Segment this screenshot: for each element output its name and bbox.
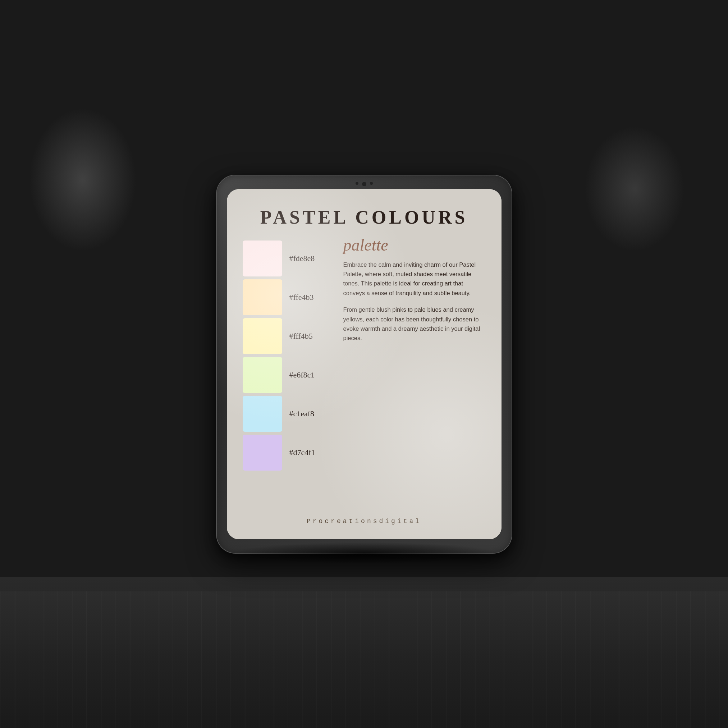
colors-column: #fde8e8 #ffe4b3 #fff4b5 #e6f8c1 [243,240,336,513]
tablet-shadow [231,542,497,564]
color-hex-2: #ffe4b3 [289,293,336,302]
color-swatch-2 [243,279,282,315]
description-second: From gentle blush pinks to pale blues an… [343,305,486,343]
color-hex-5: #c1eaf8 [289,409,336,419]
footer-text: Procreationsdigital [243,513,486,525]
tablet-wrapper: PASTEL COLOURS #fde8e8 #ffe4b3 [217,176,512,553]
color-row-5: #c1eaf8 [243,396,336,432]
tablet-frame: PASTEL COLOURS #fde8e8 #ffe4b3 [217,176,512,553]
camera-dot-2 [362,182,366,186]
palette-word: palette [343,237,486,254]
description-column: palette Embrace the calm and inviting ch… [343,240,486,513]
camera-dot-3 [370,182,373,185]
color-swatch-1 [243,240,282,277]
color-swatch-5 [243,396,282,432]
color-row-6: #d7c4f1 [243,434,336,471]
color-hex-6: #d7c4f1 [289,448,336,457]
color-hex-3: #fff4b5 [289,332,336,341]
bg-blur-left [29,108,137,252]
tablet-screen: PASTEL COLOURS #fde8e8 #ffe4b3 [227,189,502,539]
screen-content: PASTEL COLOURS #fde8e8 #ffe4b3 [227,189,502,539]
tablet-camera [356,182,373,186]
description-first: Embrace the calm and inviting charm of o… [343,260,486,298]
color-hex-4: #e6f8c1 [289,370,336,380]
color-hex-1: #fde8e8 [289,254,336,263]
color-row-1: #fde8e8 [243,240,336,277]
color-row-4: #e6f8c1 [243,357,336,393]
page-title: PASTEL COLOURS [243,207,486,228]
color-swatch-4 [243,357,282,393]
bg-blur-right [584,126,685,252]
table-wood [0,591,728,728]
color-swatch-3 [243,318,282,354]
camera-dot-1 [356,182,358,185]
main-layout: #fde8e8 #ffe4b3 #fff4b5 #e6f8c1 [243,240,486,513]
color-swatch-6 [243,434,282,471]
color-row-3: #fff4b5 [243,318,336,354]
color-row-2: #ffe4b3 [243,279,336,315]
